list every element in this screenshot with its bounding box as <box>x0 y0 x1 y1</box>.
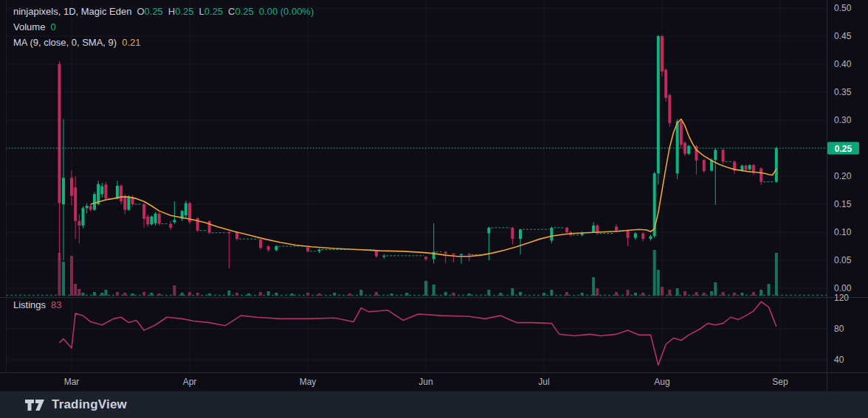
time-axis-label[interactable]: Jun <box>418 377 433 387</box>
change-value: 0.00 (0.00%) <box>259 6 314 17</box>
price-axis-label: 0.05 <box>834 255 852 265</box>
volume-bar <box>173 285 176 296</box>
candle-body <box>120 186 123 201</box>
volume-bar <box>131 293 134 296</box>
low-label: L <box>199 6 204 17</box>
candle-body <box>760 168 762 181</box>
volume-bar <box>405 293 408 296</box>
volume-bar <box>722 292 725 296</box>
chart-legend: ninjapixels, 1D, Magic EdenO0.25H0.25L0.… <box>13 4 314 51</box>
candle-body <box>511 228 514 239</box>
time-axis-label[interactable]: Mar <box>64 377 80 387</box>
time-axis-label[interactable]: Jul <box>538 377 549 387</box>
volume-bar <box>93 292 96 296</box>
candle-body <box>680 122 683 145</box>
candle-body <box>173 220 176 222</box>
listings-value: 83 <box>51 299 61 310</box>
volume-bar <box>752 292 755 296</box>
tradingview-footer[interactable]: TradingView <box>0 391 868 418</box>
candle-body <box>89 206 92 209</box>
candle-body <box>208 221 211 233</box>
volume-bar <box>634 293 637 296</box>
candle-body <box>668 95 671 123</box>
volume-bar <box>714 282 717 296</box>
volume-bar <box>661 287 664 296</box>
volume-bar <box>596 288 599 296</box>
current-price-tag-text: 0.25 <box>835 144 852 154</box>
ma-row[interactable]: MA (9, close, 0, SMA, 9)0.21 <box>13 35 314 51</box>
volume-bar <box>657 270 660 296</box>
candle-body <box>676 122 679 174</box>
volume-row[interactable]: Volume0 <box>13 20 314 35</box>
volume-bar <box>208 293 211 296</box>
candle-body <box>657 36 660 173</box>
symbol-title: ninjapixels, 1D, Magic Eden <box>13 6 131 17</box>
volume-bar <box>433 285 435 296</box>
listings-label: Listings <box>13 299 46 310</box>
candle-body <box>185 203 187 215</box>
candle-body <box>62 178 65 204</box>
high-label: H <box>168 6 175 17</box>
volume-bar <box>668 290 671 296</box>
time-axis-label[interactable]: Apr <box>183 377 197 387</box>
candle-body <box>158 214 161 224</box>
candle-body <box>661 36 664 72</box>
price-chart-canvas[interactable]: 0.500.450.400.350.300.250.200.150.100.05… <box>0 0 868 391</box>
listings-axis-label: 80 <box>834 324 844 334</box>
volume-bar <box>710 291 713 296</box>
candle-body <box>592 226 595 232</box>
volume-bar <box>627 290 630 296</box>
volume-bar <box>359 290 362 296</box>
volume-bar <box>227 290 230 296</box>
volume-bar <box>768 284 771 296</box>
chart-area[interactable]: 0.500.450.400.350.300.250.200.150.100.05… <box>0 0 868 391</box>
candle-body <box>86 206 89 208</box>
tradingview-brand-text: TradingView <box>52 397 127 412</box>
time-axis-label[interactable]: May <box>300 377 317 387</box>
candle-body <box>235 232 238 239</box>
candle-body <box>74 187 77 221</box>
volume-bar <box>550 290 553 296</box>
symbol-row[interactable]: ninjapixels, 1D, Magic EdenO0.25H0.25L0.… <box>13 4 314 20</box>
price-axis-label: 0.15 <box>834 199 852 209</box>
volume-bar <box>653 250 656 296</box>
volume-bar <box>291 293 294 296</box>
candle-body <box>317 250 320 251</box>
volume-bar <box>487 290 490 296</box>
price-axis-label: 0.30 <box>834 115 852 125</box>
candle-body <box>150 217 153 225</box>
candle-body <box>745 166 748 170</box>
candle-body <box>78 221 80 226</box>
volume-value: 0 <box>50 21 55 32</box>
candle-body <box>306 248 309 251</box>
volume-bar <box>740 293 743 296</box>
volume-bar <box>150 293 153 296</box>
volume-bar <box>142 292 145 296</box>
time-axis-label[interactable]: Sep <box>772 377 788 387</box>
volume-label: Volume <box>13 21 45 32</box>
listings-legend[interactable]: Listings83 <box>13 299 62 310</box>
volume-bar <box>444 292 447 296</box>
volume-bar <box>158 293 161 296</box>
volume-bar <box>775 253 778 296</box>
close-label: C <box>228 6 235 17</box>
ma-value: 0.21 <box>122 37 140 48</box>
price-axis-label: 0.50 <box>834 3 852 13</box>
volume-bar <box>760 290 762 296</box>
candle-body <box>382 256 385 257</box>
volume-bar <box>181 293 184 296</box>
volume-bar <box>592 277 595 296</box>
candle-body <box>627 231 630 238</box>
candle-body <box>116 186 119 198</box>
candle-body <box>227 232 230 234</box>
time-axis-label[interactable]: Aug <box>654 377 669 387</box>
close-value: 0.25 <box>235 6 254 17</box>
open-value: 0.25 <box>145 6 163 17</box>
candle-body <box>70 178 73 195</box>
ma-label: MA (9, close, 0, SMA, 9) <box>13 37 117 48</box>
volume-bar <box>81 293 84 296</box>
volume-bar <box>62 262 65 296</box>
volume-bar <box>70 256 73 296</box>
volume-bar <box>519 292 522 296</box>
volume-bar <box>196 293 199 296</box>
